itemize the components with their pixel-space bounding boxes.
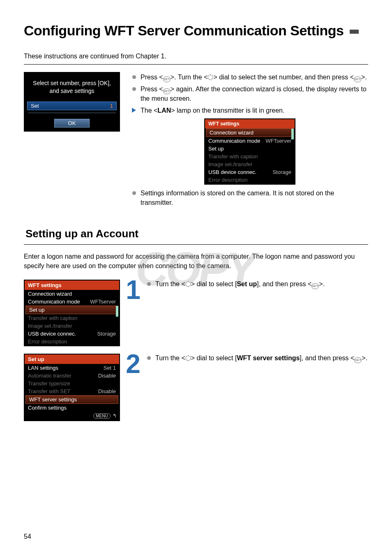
menu-item-label: Set up <box>208 146 224 152</box>
menu-header: WFT settings <box>205 119 295 128</box>
dial-icon <box>185 281 191 287</box>
menu-item[interactable]: Error description <box>205 176 295 184</box>
menu-item-label: Confirm settings <box>28 405 67 411</box>
menu-item-value: WFTserver <box>90 299 116 305</box>
menu-item-label: Connection wizard <box>210 130 254 136</box>
set-label: Set <box>31 103 39 109</box>
menu-item-label: Image sel./transfer <box>28 323 72 329</box>
menu-item-label: Communication mode <box>28 299 80 305</box>
menu-item[interactable]: Communication modeWFTserver <box>25 298 119 306</box>
section-subtitle: Enter a logon name and password for acce… <box>24 252 368 271</box>
menu-item-label: Image sel./transfer <box>208 161 253 167</box>
menu-item[interactable]: Image sel./transfer <box>25 322 119 330</box>
step-1: WFT settings Connection wizardCommunicat… <box>24 280 368 346</box>
menu-item[interactable]: Image sel./transfer <box>205 160 295 168</box>
menu-item[interactable]: Connection wizard <box>25 290 119 298</box>
menu-item-label: Transfer type/size <box>28 380 70 387</box>
wft-settings-menu-inline: WFT settings Connection wizardCommunicat… <box>204 118 295 185</box>
menu-item[interactable]: Transfer with caption <box>205 153 295 160</box>
set-value: 1 <box>110 103 113 109</box>
top-instructions: Press <SET>. Turn the <> dial to select … <box>131 72 368 210</box>
menu-body: Connection wizardCommunication modeWFTse… <box>205 128 295 184</box>
menu-back-button[interactable]: MENU ↰ <box>25 412 119 420</box>
step-2: Set up LAN settingsSet 1Automatic transf… <box>24 354 368 421</box>
intro-text: These instructions are continued from Ch… <box>24 53 368 60</box>
bullet-lan-lamp: The <LAN> lamp on the transmitter is lit… <box>131 106 368 116</box>
menu-item-label: Transfer with SET <box>28 388 71 394</box>
set-icon: SET <box>163 88 171 94</box>
menu-item[interactable]: Communication modeWFTserver <box>205 137 295 145</box>
menu-item-label: Transfer with caption <box>208 153 258 160</box>
menu-item-label: Error description <box>208 177 247 183</box>
title-end-block <box>350 30 359 34</box>
menu-item-label: Connection wizard <box>28 291 72 297</box>
menu-item[interactable]: LAN settingsSet 1 <box>25 364 119 372</box>
divider <box>24 64 368 65</box>
menu-item-value: Disable <box>98 388 116 394</box>
step1-instruction: Turn the <> dial to select [Set up], and… <box>146 280 368 289</box>
menu-item[interactable]: Transfer with caption <box>25 314 119 322</box>
set-number-menu: Select set number, press [OK], and save … <box>24 72 120 132</box>
menu-item[interactable]: Error description <box>25 338 119 345</box>
menu-item-label: LAN settings <box>28 365 58 371</box>
bullet-storage-info: Settings information is stored on the ca… <box>131 189 368 207</box>
menu-item[interactable]: Set up <box>25 306 118 314</box>
menu-item-value: Set 1 <box>104 365 116 371</box>
page-number: 54 <box>24 533 31 540</box>
menu-item[interactable]: Transfer with SETDisable <box>25 387 119 395</box>
menu-item-value: Disable <box>98 373 116 379</box>
menu-item[interactable]: Automatic transferDisable <box>25 372 119 380</box>
set-icon: SET <box>311 283 319 289</box>
setup-menu-step2: Set up LAN settingsSet 1Automatic transf… <box>24 354 120 421</box>
menu-item-label: Set up <box>29 307 45 313</box>
step-number-2: 2 <box>124 354 142 375</box>
set-icon: SET <box>163 76 171 82</box>
set-row[interactable]: Set 1 <box>27 102 117 110</box>
menu-item-label: Communication mode <box>208 138 260 144</box>
menu-item-label: USB device connec. <box>208 169 256 175</box>
section-title: Setting up an Account <box>25 227 368 240</box>
menu-item[interactable]: Confirm settings <box>25 404 119 412</box>
scroll-indicator <box>291 129 294 139</box>
dial-icon <box>208 74 213 80</box>
section-divider <box>24 244 368 245</box>
bullet-press-again: Press <SET> again. After the connection … <box>131 85 368 104</box>
menu-item[interactable]: Connection wizard <box>206 128 294 137</box>
set-number-instruction: Select set number, press [OK], and save … <box>25 73 119 101</box>
set-icon: SET <box>354 357 362 363</box>
menu-item[interactable]: Transfer type/size <box>25 380 119 387</box>
title-text: Configuring WFT Server Communication Set… <box>24 23 344 38</box>
menu-item-label: Automatic transfer <box>28 373 71 379</box>
menu-item-label: Transfer with caption <box>28 315 77 321</box>
ok-button[interactable]: OK <box>54 119 90 127</box>
bullet-press-set: Press <SET>. Turn the <> dial to select … <box>131 73 368 82</box>
menu-header: WFT settings <box>25 280 119 290</box>
wft-settings-menu-step1: WFT settings Connection wizardCommunicat… <box>24 280 120 346</box>
menu-item-label: Error description <box>28 338 67 345</box>
menu-header: Set up <box>25 354 119 364</box>
menu-item[interactable]: USB device connec.Storage <box>25 330 119 338</box>
step-number-1: 1 <box>124 280 142 301</box>
top-block: Select set number, press [OK], and save … <box>24 72 368 210</box>
dial-icon <box>185 355 191 361</box>
menu-item-value: WFTserver <box>265 138 291 144</box>
menu-item[interactable]: Set up <box>205 145 295 153</box>
scroll-indicator <box>116 306 118 317</box>
menu-item-value: Storage <box>97 331 116 337</box>
set-icon: SET <box>354 76 361 82</box>
menu-item-label: USB device connec. <box>28 331 76 337</box>
page-title: Configuring WFT Server Communication Set… <box>24 23 368 39</box>
step2-instruction: Turn the <> dial to select [WFT server s… <box>146 354 368 363</box>
menu-item[interactable]: WFT server settings <box>25 395 118 404</box>
menu-item-label: WFT server settings <box>29 396 77 403</box>
menu-item[interactable]: USB device connec.Storage <box>205 168 295 176</box>
menu-item-value: Storage <box>272 169 291 175</box>
